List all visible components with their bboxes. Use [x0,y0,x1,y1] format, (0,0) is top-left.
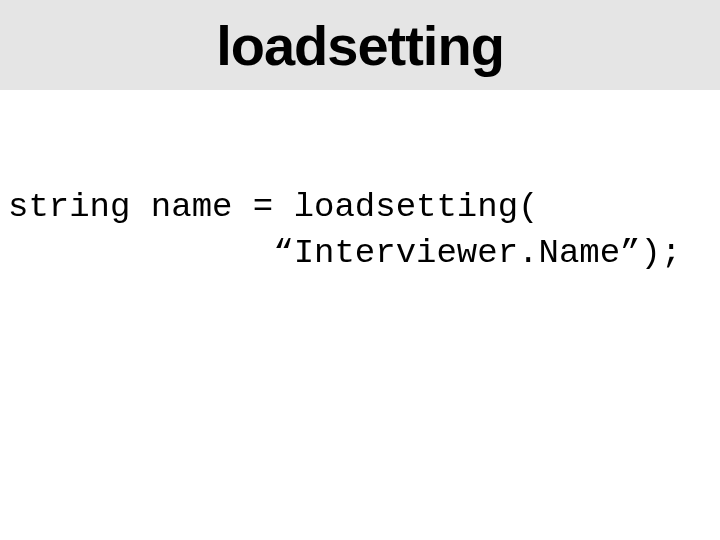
code-line-1: string name = loadsetting( [8,185,720,231]
title-band: loadsetting [0,0,720,90]
code-block: string name = loadsetting( “Interviewer.… [0,90,720,277]
page-title: loadsetting [216,13,504,78]
code-line-2: “Interviewer.Name”); [8,231,720,277]
